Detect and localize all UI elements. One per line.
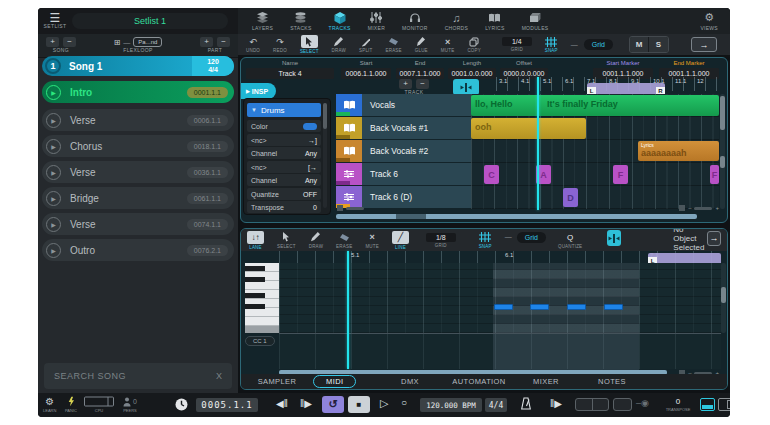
arrange-clip-grid[interactable]: llo, Hello It's finally Friday ooh Lyric…	[471, 94, 719, 209]
glue-tool-button[interactable]: GLUE	[415, 36, 428, 53]
line-tool-button[interactable]: ╱ LINE	[392, 231, 409, 250]
note-clip-c[interactable]: C	[484, 165, 499, 184]
editor-snap-control[interactable]: SNAP	[479, 232, 492, 249]
editor-snap-mode-pill[interactable]: Grid	[517, 232, 546, 243]
lane-tool-button[interactable]: ↓↑ LANE	[247, 231, 264, 250]
snap-mode-pill[interactable]: Grid	[584, 39, 613, 50]
tab-tracks[interactable]: TRACKS	[329, 11, 351, 31]
search-clear-button[interactable]: X	[216, 371, 222, 381]
inspector-output-channel-row[interactable]: Channel Any	[247, 174, 321, 186]
play-section-icon[interactable]: ▶	[46, 243, 61, 258]
loop-button[interactable]: ↺	[322, 396, 344, 413]
tab-modules[interactable]: MODULES	[522, 11, 549, 31]
section-row-bridge[interactable]: ▶ Bridge 0061.1.1	[42, 187, 234, 209]
search-song-input[interactable]: SEARCH SONG X	[44, 363, 232, 389]
time-signature-display[interactable]: 4/4	[485, 398, 507, 412]
select-tool-button[interactable]: SELECT	[300, 35, 319, 54]
learn-button[interactable]: ⚙ LEARN	[43, 396, 56, 413]
auto-play-button[interactable]: ‖▶	[550, 398, 562, 409]
black-key[interactable]	[245, 266, 265, 271]
clip-name-value[interactable]: Track 4	[246, 68, 334, 79]
flexloop-icon[interactable]: ⊞	[114, 38, 121, 47]
clip-length-value[interactable]: 0001.0.0.000	[448, 68, 496, 79]
layout-split-button[interactable]	[700, 398, 715, 411]
play-section-icon[interactable]: ▶	[46, 191, 61, 206]
arrange-hscrollbar[interactable]	[336, 214, 697, 219]
draw-tool-button[interactable]: DRAW	[332, 36, 346, 53]
remove-song-button[interactable]: −	[63, 37, 76, 47]
clock-icon[interactable]	[175, 398, 188, 411]
tab-sampler[interactable]: SAMPLER	[251, 375, 303, 388]
arrange-zoom-left[interactable]	[337, 205, 364, 211]
editor-grid-control[interactable]: 1/8 GRID	[426, 233, 456, 248]
inspector-quantize-row[interactable]: Quantize OFF	[247, 188, 321, 200]
tab-midi[interactable]: MIDI	[313, 375, 356, 388]
snap-control[interactable]: SNAP	[545, 36, 558, 53]
pedal-switch-1[interactable]	[575, 398, 609, 411]
tab-mixer[interactable]: MIXER	[368, 11, 385, 31]
add-song-button[interactable]: +	[46, 37, 59, 47]
section-row-verse-3[interactable]: ▶ Verse 0074.1.1	[42, 213, 234, 235]
inspector-scrollbar[interactable]	[323, 103, 327, 208]
mute-tool-button[interactable]: × MUTE	[441, 36, 455, 53]
clip-back-vocals-2[interactable]: Lyrics aaaaaaaah	[638, 141, 719, 161]
erase-tool-button[interactable]: ERASE	[386, 36, 402, 53]
add-part-button[interactable]: +	[200, 37, 213, 47]
clip-start-value[interactable]: 0006.1.1.000	[341, 68, 391, 79]
inspector-input-channel-row[interactable]: Channel Any	[247, 147, 321, 159]
auto-scroll-button[interactable]	[453, 79, 479, 95]
tab-monitor[interactable]: MONITOR	[402, 11, 428, 31]
editor-mute-tool[interactable]: × MUTE	[365, 232, 379, 249]
black-key[interactable]	[245, 293, 265, 298]
inspector-transpose-row[interactable]: Transpose 0	[247, 201, 321, 213]
arrange-playhead[interactable]	[537, 77, 539, 210]
note-clip-d[interactable]: D	[563, 188, 578, 207]
play-section-icon[interactable]: ▶	[46, 113, 61, 128]
editor-erase-tool[interactable]: ERASE	[336, 232, 352, 249]
editor-draw-tool[interactable]: DRAW	[309, 232, 323, 249]
inspector-output-port-row[interactable]: <nc> [→	[247, 161, 321, 173]
inspector-color-row[interactable]: Color	[247, 120, 321, 132]
track-row-back-vocals-2[interactable]: Back Vocals #2	[336, 140, 471, 162]
pedal-switch-2[interactable]	[613, 398, 632, 411]
note-clip-f2[interactable]: F	[710, 165, 719, 184]
midi-note[interactable]	[604, 304, 623, 310]
play-section-icon[interactable]: ▶	[46, 165, 61, 180]
clip-vocals[interactable]: llo, Hello It's finally Friday	[471, 95, 719, 116]
arrange-vscrollbar[interactable]	[720, 94, 725, 209]
section-row-chorus[interactable]: ▶ Chorus 0018.1.1	[42, 135, 234, 157]
editor-auto-scroll-button[interactable]	[607, 230, 621, 246]
grid-value-control[interactable]: 1/4 GRID	[502, 37, 532, 52]
cc-lane[interactable]	[279, 333, 721, 369]
tempo-display[interactable]: 120.000 BPM	[420, 398, 482, 412]
split-tool-button[interactable]: SPLIT	[359, 36, 373, 53]
section-row-outro[interactable]: ▶ Outro 0076.2.1	[42, 239, 234, 261]
remove-part-button[interactable]: −	[217, 37, 230, 47]
play-button[interactable]: ▷	[380, 397, 388, 410]
tab-stacks[interactable]: STACKS	[290, 11, 311, 31]
step-forward-button[interactable]: ‖▶	[300, 398, 312, 409]
setlist-menu-button[interactable]: ☰ SETLIST	[38, 13, 72, 29]
track-row-back-vocals-1[interactable]: Back Vocals #1	[336, 117, 471, 139]
tab-lyrics[interactable]: LYRICS	[485, 11, 505, 31]
tab-notes[interactable]: NOTES	[589, 375, 635, 388]
panic-button[interactable]: PANIC	[65, 396, 77, 413]
stop-button[interactable]: ■	[348, 396, 370, 413]
transpose-control[interactable]: 0 TRANSPOSE	[660, 397, 696, 412]
setlist-name-field[interactable]: Setlist 1	[72, 13, 228, 29]
position-display[interactable]: 0005.1.1	[196, 398, 258, 412]
editor-playhead[interactable]	[347, 251, 349, 369]
arrange-zoom-right[interactable]: –+	[679, 205, 719, 211]
editor-loop-region[interactable]	[648, 253, 721, 263]
views-button[interactable]: ⚙ VIEWS	[700, 11, 718, 31]
clip-back-vocals-1[interactable]: ooh	[471, 118, 586, 139]
master-mute-button[interactable]: M	[630, 37, 649, 52]
section-row-intro[interactable]: ▶ Intro 0001.1.1	[42, 81, 234, 103]
section-row-verse-2[interactable]: ▶ Verse 0036.1.1	[42, 161, 234, 183]
midi-note-grid[interactable]	[279, 263, 721, 333]
midi-note[interactable]	[567, 304, 586, 310]
master-solo-button[interactable]: S	[649, 37, 668, 52]
metronome-button[interactable]	[520, 397, 532, 410]
loop-region[interactable]	[587, 83, 665, 94]
add-track-button[interactable]: +	[399, 79, 412, 89]
